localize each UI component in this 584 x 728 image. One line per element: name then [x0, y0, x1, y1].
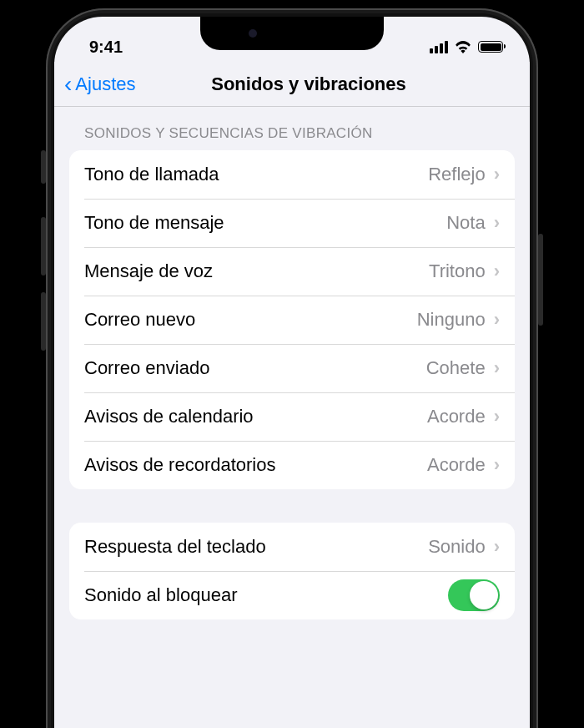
row-new-mail[interactable]: Correo nuevo Ninguno ›	[69, 296, 515, 344]
chevron-right-icon: ›	[494, 406, 500, 427]
section-header-sounds: SONIDOS Y SECUENCIAS DE VIBRACIÓN	[69, 107, 515, 150]
row-sent-mail[interactable]: Correo enviado Cohete ›	[69, 344, 515, 392]
chevron-right-icon: ›	[494, 164, 500, 185]
back-button[interactable]: ‹ Ajustes	[64, 71, 135, 98]
row-value: Sonido	[428, 536, 486, 558]
row-ringtone[interactable]: Tono de llamada Reflejo ›	[69, 150, 515, 199]
row-label: Tono de mensaje	[84, 212, 224, 234]
group-keyboard: Respuesta del teclado Sonido › Sonido al…	[69, 523, 515, 619]
row-keyboard-feedback[interactable]: Respuesta del teclado Sonido ›	[69, 523, 515, 571]
toggle-knob	[470, 581, 498, 609]
battery-icon	[478, 41, 503, 53]
chevron-right-icon: ›	[494, 536, 500, 558]
row-value: Tritono	[429, 260, 486, 282]
chevron-right-icon: ›	[494, 212, 500, 234]
content: SONIDOS Y SECUENCIAS DE VIBRACIÓN Tono d…	[54, 107, 530, 619]
screen: 9:41 ‹ Ajustes Sonidos y vibraciones SON…	[54, 17, 530, 728]
row-label: Mensaje de voz	[84, 260, 213, 282]
phone-frame: 9:41 ‹ Ajustes Sonidos y vibraciones SON…	[46, 8, 538, 728]
row-calendar-alerts[interactable]: Avisos de calendario Acorde ›	[69, 392, 515, 441]
status-right	[430, 40, 503, 53]
row-value: Nota	[446, 212, 485, 234]
row-value: Acorde	[427, 406, 486, 427]
row-value: Acorde	[427, 454, 486, 476]
chevron-right-icon: ›	[494, 357, 500, 379]
row-value: Ninguno	[417, 309, 486, 331]
notch	[200, 17, 384, 50]
row-label: Correo enviado	[84, 357, 209, 379]
row-voicemail[interactable]: Mensaje de voz Tritono ›	[69, 247, 515, 296]
nav-bar: ‹ Ajustes Sonidos y vibraciones	[54, 62, 530, 107]
row-text-tone[interactable]: Tono de mensaje Nota ›	[69, 199, 515, 247]
volume-up-button	[41, 217, 46, 276]
row-value: Cohete	[426, 357, 486, 379]
power-button	[538, 234, 543, 326]
chevron-right-icon: ›	[494, 454, 500, 476]
chevron-right-icon: ›	[494, 260, 500, 282]
volume-down-button	[41, 292, 46, 351]
mute-switch	[41, 150, 46, 184]
cellular-signal-icon	[430, 41, 448, 53]
row-label: Avisos de recordatorios	[84, 454, 276, 476]
status-time: 9:41	[89, 38, 123, 57]
row-value: Reflejo	[428, 164, 485, 185]
chevron-right-icon: ›	[494, 309, 500, 331]
row-lock-sound: Sonido al bloquear	[69, 571, 515, 619]
row-label: Sonido al bloquear	[84, 584, 237, 606]
chevron-left-icon: ‹	[64, 71, 72, 98]
row-reminder-alerts[interactable]: Avisos de recordatorios Acorde ›	[69, 441, 515, 489]
row-label: Tono de llamada	[84, 164, 219, 185]
back-label: Ajustes	[75, 73, 135, 95]
row-label: Respuesta del teclado	[84, 536, 266, 558]
lock-sound-toggle[interactable]	[448, 579, 500, 611]
row-label: Avisos de calendario	[84, 406, 254, 427]
group-sounds: Tono de llamada Reflejo › Tono de mensaj…	[69, 150, 515, 489]
wifi-icon	[454, 40, 472, 53]
row-label: Correo nuevo	[84, 309, 195, 331]
